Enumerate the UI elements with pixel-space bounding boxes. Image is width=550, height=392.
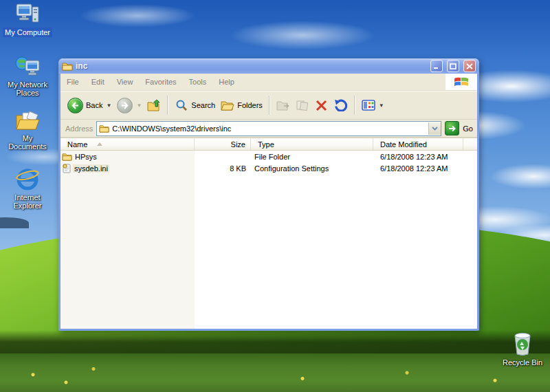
undo-icon xyxy=(334,98,348,112)
address-label: Address xyxy=(63,124,93,133)
column-header-size[interactable]: Size xyxy=(195,138,251,150)
address-bar: Address C:\WINDOWS\system32\drivers\inc … xyxy=(60,120,477,138)
go-button[interactable] xyxy=(445,121,459,135)
desktop-icon-my-computer[interactable]: My Computer xyxy=(1,1,54,37)
desktop-icon-label: Recycle Bin xyxy=(500,358,544,367)
delete-x-icon xyxy=(315,98,329,112)
back-label: Back xyxy=(86,101,102,109)
back-button[interactable]: Back ▼ xyxy=(65,96,114,115)
search-button[interactable]: Search xyxy=(172,97,218,113)
standard-buttons-toolbar: Back ▼ ▼ xyxy=(60,91,477,120)
folder-icon xyxy=(62,62,73,71)
maximize-button[interactable] xyxy=(447,60,459,72)
address-dropdown-button[interactable] xyxy=(428,122,441,135)
file-type: File Folder xyxy=(251,153,373,161)
file-name[interactable]: sysdeb.ini xyxy=(73,164,109,173)
window-title: inc xyxy=(76,61,426,71)
minimize-button[interactable] xyxy=(430,60,443,72)
desktop-icon-internet-explorer[interactable]: Internet Explorer xyxy=(1,166,54,210)
forward-icon xyxy=(117,98,133,113)
internet-explorer-icon xyxy=(1,166,54,191)
folder-icon xyxy=(62,153,72,161)
views-icon xyxy=(362,98,375,112)
toolbar-separator xyxy=(167,96,168,115)
column-header-name[interactable]: Name xyxy=(60,138,195,150)
address-path-text: C:\WINDOWS\system32\drivers\inc xyxy=(112,124,426,133)
desktop-icon-my-network-places[interactable]: My Network Places xyxy=(1,54,54,98)
desktop-icon-recycle-bin[interactable]: Recycle Bin xyxy=(496,331,549,367)
title-bar[interactable]: inc xyxy=(58,58,479,74)
desktop-icon-label: My Computer xyxy=(3,28,52,37)
ini-file-icon xyxy=(62,164,72,173)
meadow-flowers xyxy=(0,353,550,392)
menu-view[interactable]: View xyxy=(111,76,140,88)
folders-label: Folders xyxy=(237,101,263,109)
my-computer-icon xyxy=(1,1,54,26)
my-documents-icon xyxy=(1,107,54,132)
column-headers: Name Size Type Date Modified xyxy=(60,138,477,151)
file-list-view: Name Size Type Date Modified xyxy=(60,138,477,329)
menu-bar: File Edit View Favorites Tools Help xyxy=(60,74,477,91)
desktop-icon-label: My Network Places xyxy=(1,80,54,98)
views-button[interactable]: ▼ xyxy=(359,97,387,113)
forward-button[interactable]: ▼ xyxy=(114,96,144,115)
folders-icon xyxy=(221,98,234,112)
views-dropdown-arrow[interactable]: ▼ xyxy=(379,102,384,109)
file-row-hpsys[interactable]: HPsys File Folder 6/18/2008 12:23 AM xyxy=(60,151,477,162)
file-rows: HPsys File Folder 6/18/2008 12:23 AM xyxy=(60,151,477,174)
file-date-modified: 6/18/2008 12:23 AM xyxy=(373,164,463,173)
close-button[interactable] xyxy=(463,60,476,72)
copy-to-button xyxy=(293,97,312,113)
address-input[interactable]: C:\WINDOWS\system32\drivers\inc xyxy=(96,121,441,136)
up-button[interactable] xyxy=(144,97,164,113)
folders-button[interactable]: Folders xyxy=(218,97,265,113)
window-client-area: File Edit View Favorites Tools Help xyxy=(60,74,477,329)
file-date-modified: 6/18/2008 12:23 AM xyxy=(373,153,463,161)
toolbar-separator xyxy=(269,96,270,115)
move-to-button xyxy=(274,97,293,113)
back-dropdown-arrow[interactable]: ▼ xyxy=(106,102,111,109)
sort-ascending-icon xyxy=(97,142,102,146)
file-name[interactable]: HPsys xyxy=(74,153,98,161)
menu-help[interactable]: Help xyxy=(212,76,241,88)
menu-edit[interactable]: Edit xyxy=(85,76,111,88)
my-network-places-icon xyxy=(1,54,54,78)
desktop-icon-my-documents[interactable]: My Documents xyxy=(1,107,54,151)
desktop-icon-label: My Documents xyxy=(1,133,54,151)
column-header-type[interactable]: Type xyxy=(251,138,373,150)
menu-tools[interactable]: Tools xyxy=(183,76,213,88)
file-size: 8 KB xyxy=(195,164,251,173)
undo-button[interactable] xyxy=(331,97,351,113)
up-folder-icon xyxy=(147,98,161,112)
folder-icon xyxy=(99,124,109,133)
delete-button[interactable] xyxy=(312,97,331,113)
file-row-sysdeb-ini[interactable]: sysdeb.ini 8 KB Configuration Settings 6… xyxy=(60,162,477,174)
column-header-date-modified[interactable]: Date Modified xyxy=(373,138,463,150)
file-type: Configuration Settings xyxy=(251,164,373,173)
recycle-bin-icon xyxy=(496,331,549,356)
menu-favorites[interactable]: Favorites xyxy=(139,76,182,88)
menu-file[interactable]: File xyxy=(60,76,85,88)
desktop-icon-label: Internet Explorer xyxy=(1,193,54,210)
explorer-window: inc File Edit View Favorites Tools Help xyxy=(58,58,479,331)
grass-shadow-band xyxy=(0,330,550,356)
windows-logo xyxy=(446,74,477,90)
move-to-icon xyxy=(276,98,290,112)
forward-dropdown-arrow: ▼ xyxy=(136,102,142,109)
back-icon xyxy=(67,98,83,113)
column-header-filler xyxy=(463,138,477,150)
toolbar-separator xyxy=(354,96,355,115)
go-label: Go xyxy=(463,124,475,133)
search-label: Search xyxy=(191,101,215,109)
copy-to-icon xyxy=(296,98,309,112)
search-icon xyxy=(175,98,188,112)
